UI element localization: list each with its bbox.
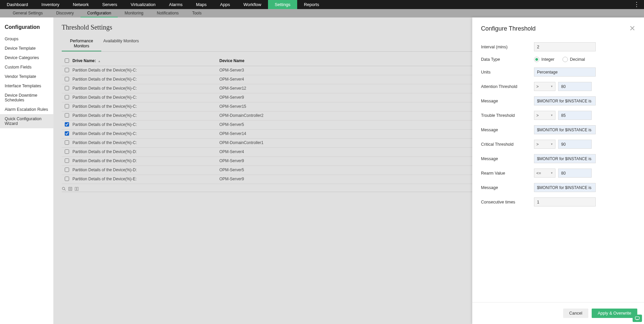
nav-maps[interactable]: Maps [189,0,213,9]
nav-workflow[interactable]: Workflow [237,0,268,9]
sidebar-title: Configuration [0,21,53,34]
label-attention-message: Message [481,99,534,103]
subnav-notifications[interactable]: Notifications [150,9,185,17]
subnav-tools[interactable]: Tools [185,9,208,17]
critical-op-select[interactable]: >▼ [534,140,555,149]
chevron-down-icon: ▼ [550,114,553,117]
consecutive-input[interactable] [534,197,596,206]
kebab-menu-icon[interactable]: ⋮ [629,0,644,9]
cancel-button[interactable]: Cancel [563,309,588,318]
label-units: Units [481,70,534,75]
rearm-value-input[interactable] [558,169,592,178]
label-trouble: Trouble Threshold [481,113,534,118]
nav-virtualization[interactable]: Virtualization [124,0,162,9]
sidebar-item-device-template[interactable]: Device Template [0,44,53,53]
chevron-down-icon: ▼ [550,143,553,146]
radio-dot-icon [534,57,539,62]
radio-integer[interactable]: Integer [534,57,554,62]
nav-settings[interactable]: Settings [268,0,297,9]
trouble-value-input[interactable] [558,111,592,120]
sub-nav: General SettingsDiscoveryConfigurationMo… [0,9,644,17]
label-attention: Attention Threshold [481,84,534,89]
chat-icon[interactable] [633,315,642,322]
configure-threshold-drawer: Configure Threshold ✕ Interval (mins) Da… [472,17,644,324]
critical-value-input[interactable] [558,140,592,149]
interval-input[interactable] [534,42,596,51]
nav-apps[interactable]: Apps [213,0,237,9]
nav-inventory[interactable]: Inventory [35,0,66,9]
label-interval: Interval (mins) [481,45,534,49]
label-trouble-message: Message [481,128,534,132]
subnav-configuration[interactable]: Configuration [80,9,118,17]
label-critical: Critical Threshold [481,142,534,147]
apply-overwrite-button[interactable]: Apply & Overwrite [592,309,637,318]
label-rearm-message: Message [481,185,534,190]
nav-servers[interactable]: Servers [96,0,124,9]
sidebar-item-interface-templates[interactable]: Interface Templates [0,81,53,91]
label-datatype: Data Type [481,57,534,62]
attention-op-select[interactable]: >▼ [534,82,555,91]
critical-message-input[interactable] [534,154,596,163]
trouble-message-input[interactable] [534,125,596,134]
top-nav: DashboardInventoryNetworkServersVirtuali… [0,0,644,9]
svg-rect-8 [635,317,639,319]
label-critical-message: Message [481,156,534,161]
radio-dot-icon [562,57,568,62]
rearm-message-input[interactable] [534,183,596,192]
units-input[interactable] [534,67,596,77]
attention-message-input[interactable] [534,96,596,105]
sidebar-item-device-downtime-schedules[interactable]: Device Downtime Schedules [0,91,53,105]
rearm-op-select[interactable]: <=▼ [534,169,555,178]
subnav-general-settings[interactable]: General Settings [6,9,49,17]
trouble-op-select[interactable]: >▼ [534,111,555,120]
sidebar-item-alarm-escalation-rules[interactable]: Alarm Escalation Rules [0,105,53,114]
sidebar-item-custom-fields[interactable]: Custom Fields [0,62,53,72]
nav-alarms[interactable]: Alarms [162,0,189,9]
chevron-down-icon: ▼ [550,172,553,175]
sidebar-item-device-categories[interactable]: Device Categories [0,53,53,62]
nav-reports[interactable]: Reports [297,0,326,9]
nav-network[interactable]: Network [66,0,96,9]
sidebar-item-quick-configuration-wizard[interactable]: Quick Configuration Wizard [0,114,53,128]
close-icon[interactable]: ✕ [629,25,635,32]
sidebar-item-groups[interactable]: Groups [0,34,53,44]
attention-value-input[interactable] [558,82,592,91]
sidebar: Configuration GroupsDevice TemplateDevic… [0,17,54,324]
subnav-monitoring[interactable]: Monitoring [118,9,150,17]
subnav-discovery[interactable]: Discovery [49,9,80,17]
drawer-title: Configure Threshold [481,25,536,32]
radio-decimal[interactable]: Decimal [562,57,585,62]
chevron-down-icon: ▼ [550,85,553,88]
nav-dashboard[interactable]: Dashboard [0,0,35,9]
sidebar-item-vendor-template[interactable]: Vendor Template [0,72,53,81]
label-consecutive: Consecutive times [481,200,534,204]
label-rearm: Rearm Value [481,171,534,176]
